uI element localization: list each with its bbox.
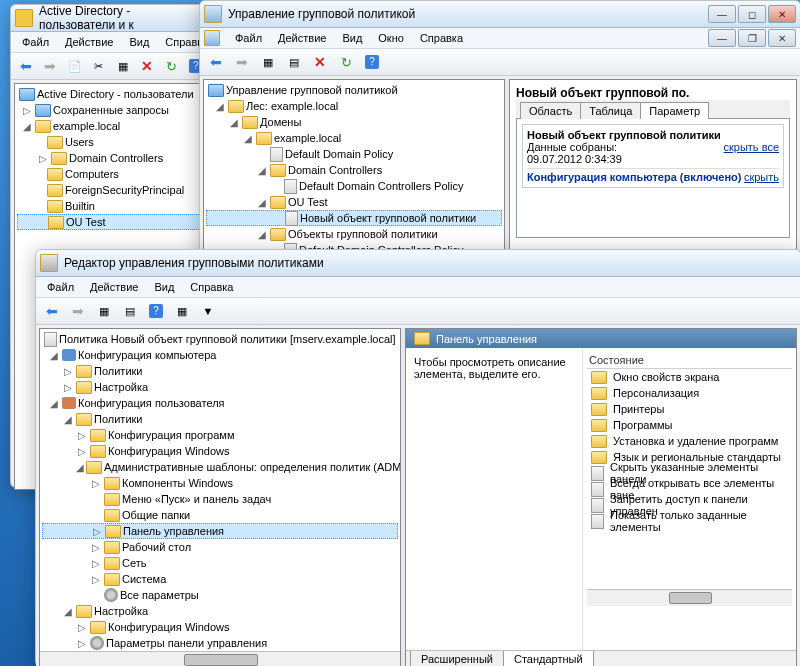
hide-link[interactable]: скрыть bbox=[744, 171, 779, 183]
menubar: Файл Действие Вид Справка bbox=[36, 277, 800, 298]
show-hide-button[interactable]: ▦ bbox=[92, 299, 116, 323]
tab-content: Новый объект групповой политики Данные с… bbox=[516, 118, 790, 238]
forward-button[interactable]: ➡ bbox=[230, 50, 254, 74]
window-title: Управление групповой политикой bbox=[228, 7, 708, 21]
column-header[interactable]: Состояние bbox=[587, 352, 792, 369]
description-pane: Чтобы просмотреть описание элемента, выд… bbox=[406, 348, 583, 650]
props-button[interactable]: ▦ bbox=[112, 54, 134, 78]
props-button[interactable]: ▦ bbox=[170, 299, 194, 323]
menu-file[interactable]: Файл bbox=[40, 279, 81, 295]
collapse-toggle[interactable]: ◢ bbox=[21, 121, 33, 132]
app-icon-small bbox=[204, 30, 220, 46]
tab-standard[interactable]: Стандартный bbox=[503, 651, 594, 666]
menu-window[interactable]: Окно bbox=[371, 30, 411, 46]
toolbar: ⬅ ➡ ▦ ▤ ✕ ↻ ? bbox=[200, 49, 800, 76]
menu-action[interactable]: Действие bbox=[58, 34, 120, 50]
expand-toggle[interactable]: ▷ bbox=[21, 105, 33, 116]
back-button[interactable]: ⬅ bbox=[204, 50, 228, 74]
tree-item: Computers bbox=[17, 166, 205, 182]
delete-button[interactable]: ✕ bbox=[308, 50, 332, 74]
tree-item: Default Domain Controllers Policy bbox=[206, 178, 502, 194]
settings-list[interactable]: Состояние Окно свойств экранаПерсонализа… bbox=[583, 348, 796, 650]
filter-button[interactable]: ▼ bbox=[196, 299, 220, 323]
toolbar: ⬅ ➡ ▦ ▤ ? ▦ ▼ bbox=[36, 298, 800, 325]
refresh-icon: ↻ bbox=[166, 59, 177, 74]
refresh-button[interactable]: ↻ bbox=[161, 54, 183, 78]
folder-icon bbox=[591, 451, 607, 464]
app-icon bbox=[40, 254, 58, 272]
scrollbar-horizontal[interactable] bbox=[40, 651, 400, 666]
window-gpm[interactable]: Управление групповой политикой — ◻ ✕ Фай… bbox=[199, 0, 800, 258]
tab-scope[interactable]: Область bbox=[520, 102, 581, 119]
menu-help[interactable]: Справка bbox=[413, 30, 470, 46]
titlebar[interactable]: Управление групповой политикой — ◻ ✕ bbox=[200, 1, 800, 28]
gpo-name: Новый объект групповой политики bbox=[527, 129, 779, 141]
show-hide-button[interactable]: ▦ bbox=[256, 50, 280, 74]
export-button[interactable]: ▤ bbox=[282, 50, 306, 74]
tree-item: ForeignSecurityPrincipal bbox=[17, 182, 205, 198]
menu-view[interactable]: Вид bbox=[335, 30, 369, 46]
cut-button[interactable]: ✂ bbox=[88, 54, 110, 78]
menubar: Файл Действие Вид Окно Справка — ❐ ✕ bbox=[200, 28, 800, 49]
menu-file[interactable]: Файл bbox=[228, 30, 269, 46]
details-title: Новый объект групповой по. bbox=[516, 86, 790, 100]
folder-icon bbox=[414, 332, 430, 345]
tree-item: Default Domain Policy bbox=[206, 146, 502, 162]
list-item[interactable]: Программы bbox=[587, 417, 792, 433]
menu-view[interactable]: Вид bbox=[147, 279, 181, 295]
up-button[interactable]: 📄 bbox=[64, 54, 86, 78]
tab-table[interactable]: Таблица bbox=[580, 102, 641, 119]
menu-action[interactable]: Действие bbox=[271, 30, 333, 46]
hide-all-link[interactable]: скрыть все bbox=[724, 141, 780, 165]
mdi-close-button[interactable]: ✕ bbox=[768, 29, 796, 47]
back-button[interactable]: ⬅ bbox=[40, 299, 64, 323]
titlebar[interactable]: Редактор управления групповыми политикам… bbox=[36, 250, 800, 277]
list-item[interactable]: Персонализация bbox=[587, 385, 792, 401]
list-item[interactable]: Показать только заданные элементы bbox=[587, 513, 792, 529]
tree-panel[interactable]: Управление групповой политикой ◢Лес: exa… bbox=[203, 79, 505, 256]
close-button[interactable]: ✕ bbox=[768, 5, 796, 23]
help-button[interactable]: ? bbox=[360, 50, 384, 74]
view-tabs: Расширенный Стандартный bbox=[406, 650, 796, 666]
tree-item: ▷Настройка bbox=[42, 379, 398, 395]
config-label: Конфигурация компьютера (включено) bbox=[527, 171, 741, 183]
setting-icon bbox=[591, 466, 604, 481]
forward-button[interactable]: ➡ bbox=[39, 54, 61, 78]
help-button[interactable]: ? bbox=[144, 299, 168, 323]
mdi-minimize-button[interactable]: — bbox=[708, 29, 736, 47]
tree-domains: ◢Домены bbox=[206, 114, 502, 130]
details-panel: Новый объект групповой по. Область Табли… bbox=[509, 79, 797, 256]
tree-domain: ◢example.local bbox=[206, 130, 502, 146]
tree-item: Builtin bbox=[17, 198, 205, 214]
details-header: Панель управления bbox=[406, 329, 796, 348]
menu-action[interactable]: Действие bbox=[83, 279, 145, 295]
scrollbar-horizontal[interactable] bbox=[587, 589, 792, 606]
tree-item: ◢Административные шаблоны: определения п… bbox=[42, 459, 398, 475]
mdi-restore-button[interactable]: ❐ bbox=[738, 29, 766, 47]
list-item[interactable]: Установка и удаление программ bbox=[587, 433, 792, 449]
tree-item: ◢OU Test bbox=[206, 194, 502, 210]
list-button[interactable]: ▤ bbox=[118, 299, 142, 323]
back-button[interactable]: ⬅ bbox=[15, 54, 37, 78]
menu-file[interactable]: Файл bbox=[15, 34, 56, 50]
tab-params[interactable]: Параметр bbox=[640, 102, 709, 119]
tree-panel[interactable]: Политика Новый объект групповой политики… bbox=[39, 328, 401, 666]
delete-button[interactable]: ✕ bbox=[136, 54, 158, 78]
minimize-button[interactable]: — bbox=[708, 5, 736, 23]
list-item[interactable]: Принтеры bbox=[587, 401, 792, 417]
tree-item: ◢Настройка bbox=[42, 603, 398, 619]
window-gpedit[interactable]: Редактор управления групповыми политикам… bbox=[35, 249, 800, 666]
menu-view[interactable]: Вид bbox=[122, 34, 156, 50]
refresh-button[interactable]: ↻ bbox=[334, 50, 358, 74]
tree-item: ▷Сохраненные запросы bbox=[17, 102, 205, 118]
titlebar[interactable]: Active Directory - пользователи и к bbox=[11, 5, 211, 32]
tree-item: ▷Рабочий стол bbox=[42, 539, 398, 555]
maximize-button[interactable]: ◻ bbox=[738, 5, 766, 23]
tree-item: ◢Политики bbox=[42, 411, 398, 427]
list-item[interactable]: Окно свойств экрана bbox=[587, 369, 792, 385]
tree-item: ▷Конфигурация программ bbox=[42, 427, 398, 443]
menu-help[interactable]: Справка bbox=[183, 279, 240, 295]
tab-extended[interactable]: Расширенный bbox=[410, 651, 504, 666]
forward-button[interactable]: ➡ bbox=[66, 299, 90, 323]
setting-icon bbox=[591, 498, 604, 513]
